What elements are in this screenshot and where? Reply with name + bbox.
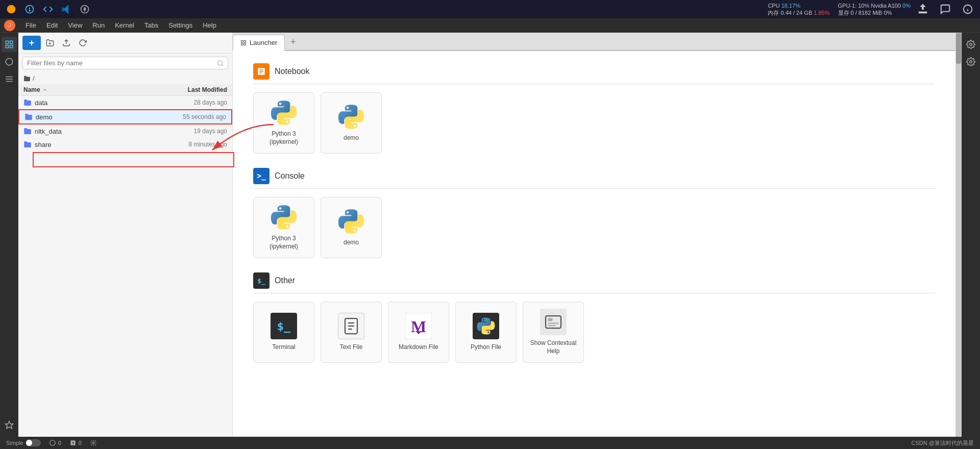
system-stats: CPU 18.17% 内存 0.44 / 24 GB 1.85% GPU-1: … [768, 2, 911, 17]
folder-icon [23, 140, 32, 148]
svg-rect-11 [10, 41, 12, 43]
console-icon: >_ [253, 168, 270, 184]
circle-icon[interactable] [22, 2, 37, 16]
sort-icon [42, 87, 47, 92]
other-title: Other [275, 276, 295, 285]
search-icon [217, 60, 224, 67]
file-row-data[interactable]: data 28 days ago [18, 96, 232, 109]
show-help-card[interactable]: Show Contextual Help [523, 302, 584, 363]
menu-edit[interactable]: Edit [42, 20, 62, 30]
breadcrumb-path: / [33, 74, 35, 82]
upload-icon[interactable] [915, 1, 931, 17]
markdown-card[interactable]: M Markdown File [388, 302, 449, 363]
info-icon[interactable] [960, 1, 976, 17]
icon-sidebar [0, 33, 18, 437]
filter-input-wrap[interactable] [22, 57, 228, 69]
menu-settings[interactable]: Settings [164, 20, 197, 30]
mem-value: 1.85% [814, 10, 829, 16]
sidebar-files-btn[interactable] [2, 37, 17, 52]
terminal-card[interactable]: $_ Terminal [253, 302, 314, 363]
menu-help[interactable]: Help [199, 20, 220, 30]
svg-rect-38 [548, 323, 559, 324]
refresh-button[interactable] [76, 36, 90, 50]
main-layout: + / Name Last Modified [0, 33, 980, 437]
notebook-demo-card[interactable]: demo [321, 92, 382, 154]
sidebar-star-btn[interactable] [2, 417, 17, 433]
status-count1-value: 0 [58, 440, 61, 446]
topbar-action-icons [915, 1, 976, 17]
menu-tabs[interactable]: Tabs [140, 20, 162, 30]
svg-point-45 [92, 442, 94, 444]
status-mode-label: Simple [6, 440, 23, 446]
tab-launcher[interactable]: Launcher [233, 35, 285, 51]
terminal-icon: $_ [271, 313, 297, 339]
sidebar-list-btn[interactable] [2, 71, 17, 87]
chat-icon[interactable] [937, 1, 953, 17]
status-toggle-knob [26, 440, 32, 446]
compass-icon[interactable] [78, 2, 92, 16]
tab-bar: Launcher + [233, 33, 955, 51]
python-icon [271, 204, 297, 231]
show-help-icon [540, 309, 567, 335]
notebook-header: Notebook [253, 63, 935, 84]
svg-point-42 [50, 440, 55, 446]
console-demo-label: demo [344, 239, 359, 247]
file-row-demo[interactable]: demo 55 seconds ago [18, 109, 232, 124]
status-toggle[interactable] [26, 439, 41, 446]
svg-rect-10 [6, 41, 8, 43]
svg-rect-37 [548, 318, 553, 321]
status-count2: $ 0 [69, 439, 82, 446]
file-name: share [35, 141, 153, 148]
filter-input[interactable] [27, 59, 214, 67]
console-demo-card[interactable]: demo [321, 197, 382, 258]
tab-add-button[interactable]: + [285, 34, 301, 50]
menu-file[interactable]: File [21, 20, 40, 30]
settings-gear-icon[interactable] [963, 37, 978, 52]
status-settings-icon[interactable] [90, 439, 97, 446]
svg-point-41 [970, 61, 972, 63]
menu-run[interactable]: Run [88, 20, 109, 30]
menu-kernel[interactable]: Kernel [111, 20, 138, 30]
svg-rect-13 [10, 45, 12, 48]
svg-point-3 [29, 10, 30, 11]
upload-button[interactable] [59, 36, 74, 50]
python-file-card[interactable]: Python File [455, 302, 517, 363]
file-modified: 55 seconds ago [155, 113, 226, 120]
text-file-card[interactable]: Text File [321, 302, 382, 363]
status-count2-value: 0 [79, 440, 82, 446]
content-area: Launcher + Notebook [233, 33, 955, 437]
svg-point-0 [7, 5, 16, 14]
file-row-share[interactable]: share 8 minutes ago [18, 138, 232, 151]
notebook-python3-card[interactable]: Python 3 (ipykernel) [253, 92, 314, 154]
col-name-header[interactable]: Name [23, 86, 156, 93]
svg-rect-6 [919, 12, 927, 13]
scrollbar[interactable] [955, 33, 962, 437]
console-python3-card[interactable]: Python 3 (ipykernel) [253, 197, 314, 258]
jupyter-logo: J [4, 20, 15, 31]
notebook-demo-label: demo [344, 134, 359, 142]
svg-rect-36 [546, 316, 561, 328]
gpu-value: 0% [902, 3, 911, 9]
folder-icon [23, 127, 32, 135]
python-file-icon [473, 313, 499, 339]
new-launcher-button[interactable]: + [22, 36, 41, 50]
file-row-nltk[interactable]: nltk_data 19 days ago [18, 124, 232, 138]
svg-point-40 [970, 43, 972, 46]
file-panel: + / Name Last Modified [18, 33, 233, 437]
scroll-thumb[interactable] [956, 33, 961, 64]
cpu-label: CPU [768, 3, 779, 9]
notebook-icon [253, 63, 270, 80]
notebook-title: Notebook [275, 67, 310, 76]
code-icon[interactable] [41, 2, 55, 16]
folder-icon [23, 75, 31, 82]
markdown-label: Markdown File [399, 343, 438, 352]
sidebar-circle-btn[interactable] [2, 54, 17, 69]
svg-marker-5 [84, 8, 85, 11]
other-section: $_ Other $_ Terminal [253, 272, 935, 363]
new-folder-button[interactable] [43, 36, 57, 50]
vscode-icon[interactable] [59, 2, 74, 16]
circle-status-icon [49, 439, 56, 446]
folder-icon [24, 113, 33, 121]
right-settings2-icon[interactable] [963, 54, 978, 69]
menu-view[interactable]: View [64, 20, 86, 30]
